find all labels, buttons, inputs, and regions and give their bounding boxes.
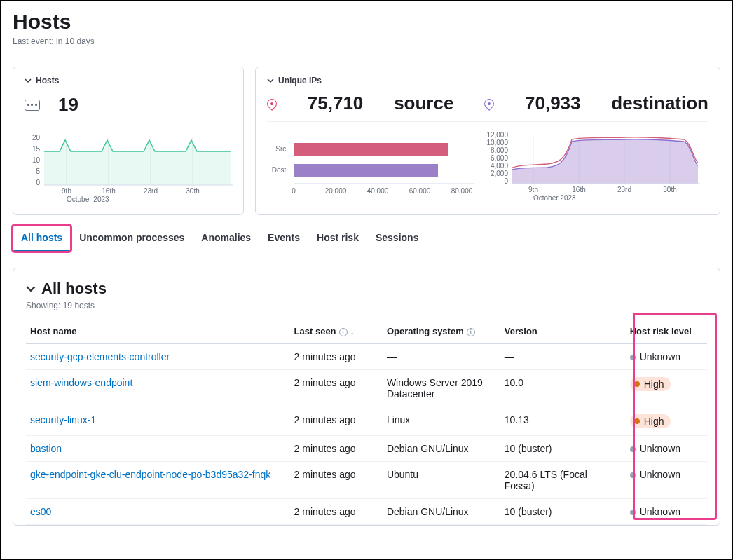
unique-ips-card: Unique IPs 75,710 source 70,933 destinat… <box>255 67 720 215</box>
cell-os: Windows Server 2019 Datacenter <box>383 370 500 407</box>
svg-text:20,000: 20,000 <box>325 187 347 195</box>
divider <box>13 55 720 55</box>
risk-badge-high: High <box>630 414 671 428</box>
col-os[interactable]: Operating systemi <box>383 319 500 344</box>
cell-risk: Unknown <box>615 462 707 499</box>
svg-rect-16 <box>294 143 448 156</box>
risk-badge-high: High <box>630 377 671 391</box>
cell-version: 10 (buster) <box>500 436 615 462</box>
dot-icon <box>630 472 636 478</box>
svg-text:October 2023: October 2023 <box>533 194 576 202</box>
table-row: siem-windows-endpoint2 minutes agoWindow… <box>26 370 707 407</box>
panel-title: All hosts <box>41 280 107 298</box>
dest-count: 70,933 <box>525 93 581 114</box>
tab-host-risk[interactable]: Host risk <box>308 225 367 252</box>
cell-version: 10 (buster) <box>500 499 615 525</box>
table-row: bastion2 minutes agoDebian GNU/Linux10 (… <box>26 436 707 462</box>
cell-last-seen: 2 minutes ago <box>290 344 383 370</box>
source-label: source <box>394 93 453 114</box>
ips-card-header[interactable]: Unique IPs <box>267 76 708 86</box>
dot-icon <box>634 381 640 387</box>
page-title: Hosts <box>13 10 720 34</box>
svg-text:Src.: Src. <box>275 145 288 153</box>
svg-text:20: 20 <box>32 134 41 142</box>
ips-card-title: Unique IPs <box>278 76 322 86</box>
tab-uncommon-processes[interactable]: Uncommon processes <box>71 225 193 252</box>
chevron-down-icon[interactable] <box>26 284 36 294</box>
svg-text:2,000: 2,000 <box>491 170 508 177</box>
svg-text:23rd: 23rd <box>144 187 158 195</box>
cell-last-seen: 2 minutes ago <box>290 370 383 407</box>
cell-version: 10.13 <box>500 407 615 436</box>
last-event-text: Last event: in 10 days <box>13 36 720 46</box>
table-row: es002 minutes agoDebian GNU/Linux10 (bus… <box>26 499 707 525</box>
host-link[interactable]: gke-endpoint-gke-clu-endpoint-node-po-b3… <box>30 469 270 480</box>
cell-risk: Unknown <box>615 344 707 370</box>
cell-os: — <box>383 344 500 370</box>
host-link[interactable]: security-linux-1 <box>30 414 96 425</box>
tab-sessions[interactable]: Sessions <box>367 225 427 252</box>
sort-down-icon: ↓ <box>350 327 355 336</box>
hosts-count: 19 <box>58 94 78 116</box>
hosts-card-title: Hosts <box>36 76 59 86</box>
chevron-down-icon <box>267 77 274 84</box>
cell-os: Debian GNU/Linux <box>383 436 500 462</box>
ips-area-chart: 12,000 10,000 8,000 6,000 4,000 2,000 0 <box>484 129 701 206</box>
pin-dest-icon <box>482 97 496 111</box>
svg-text:15: 15 <box>32 145 41 153</box>
cell-os: Ubuntu <box>383 462 500 499</box>
chevron-down-icon <box>25 77 32 84</box>
svg-text:9th: 9th <box>62 187 71 195</box>
svg-rect-18 <box>294 164 438 177</box>
svg-text:6,000: 6,000 <box>491 154 508 162</box>
source-count: 75,710 <box>308 93 364 114</box>
dot-icon <box>630 510 636 515</box>
cell-os: Debian GNU/Linux <box>383 499 500 525</box>
col-risk[interactable]: Host risk level <box>615 319 707 344</box>
svg-text:0: 0 <box>36 179 40 186</box>
dot-icon <box>630 355 636 360</box>
svg-text:30th: 30th <box>186 187 199 195</box>
col-last-seen[interactable]: Last seeni↓ <box>290 319 383 344</box>
svg-text:10,000: 10,000 <box>486 139 508 146</box>
pin-source-icon <box>265 97 279 111</box>
cell-risk: High <box>615 407 707 436</box>
host-link[interactable]: es00 <box>30 506 51 517</box>
panel-showing: Showing: 19 hosts <box>26 301 707 310</box>
svg-text:16th: 16th <box>102 187 115 195</box>
svg-text:0: 0 <box>292 187 296 195</box>
all-hosts-panel: All hosts Showing: 19 hosts Host name La… <box>13 268 720 526</box>
cell-last-seen: 2 minutes ago <box>290 436 383 462</box>
hosts-table: Host name Last seeni↓ Operating systemi … <box>26 319 707 525</box>
server-icon <box>25 100 40 111</box>
col-version[interactable]: Version <box>500 319 615 344</box>
tab-all-hosts[interactable]: All hosts <box>13 225 71 252</box>
host-link[interactable]: siem-windows-endpoint <box>30 377 132 388</box>
hosts-line-chart: 20 15 10 5 0 9th 16th 23rd 30t <box>25 130 233 207</box>
ips-bar-chart: Src. Dest. 0 20,000 40,000 60,000 80,000 <box>267 129 477 206</box>
cell-version: 20.04.6 LTS (Focal Fossa) <box>500 462 615 499</box>
tab-anomalies[interactable]: Anomalies <box>193 225 259 252</box>
tab-events[interactable]: Events <box>259 225 308 252</box>
host-link[interactable]: bastion <box>30 443 62 454</box>
svg-text:October 2023: October 2023 <box>67 196 109 203</box>
host-link[interactable]: security-gcp-elements-controller <box>30 351 170 362</box>
hosts-card-header[interactable]: Hosts <box>25 76 232 86</box>
dest-label: destination <box>611 93 708 114</box>
cell-last-seen: 2 minutes ago <box>290 407 383 436</box>
cell-version: 10.0 <box>500 370 615 407</box>
svg-text:Dest.: Dest. <box>272 166 288 174</box>
svg-text:12,000: 12,000 <box>486 131 508 139</box>
col-host-name[interactable]: Host name <box>26 319 290 344</box>
info-icon: i <box>467 328 475 336</box>
svg-text:4,000: 4,000 <box>491 162 508 170</box>
cell-risk: Unknown <box>615 436 707 462</box>
svg-text:9th: 9th <box>528 186 538 193</box>
cell-last-seen: 2 minutes ago <box>290 462 383 499</box>
svg-text:0: 0 <box>504 177 508 185</box>
dot-icon <box>630 446 636 452</box>
info-icon: i <box>339 328 348 336</box>
table-row: security-gcp-elements-controller2 minute… <box>26 344 707 370</box>
svg-text:16th: 16th <box>572 186 585 193</box>
table-row: security-linux-12 minutes agoLinux10.13H… <box>26 407 707 436</box>
